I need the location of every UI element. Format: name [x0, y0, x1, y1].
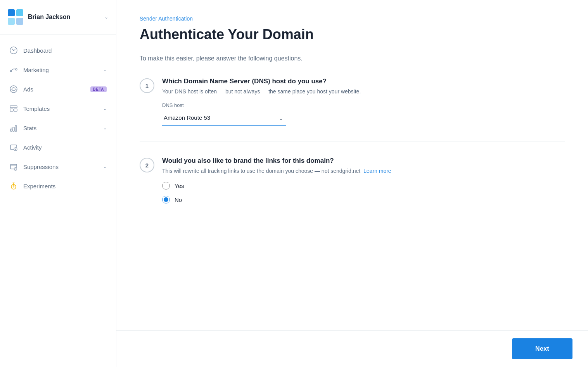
- question-1-number: 1: [140, 78, 154, 93]
- dashboard-icon: [9, 46, 18, 55]
- radio-no-input[interactable]: [162, 196, 170, 203]
- sidebar-item-label-experiments: Experiments: [23, 183, 107, 190]
- suppressions-icon: [9, 162, 18, 171]
- sidebar-item-label-templates: Templates: [23, 105, 98, 112]
- user-header[interactable]: Brian Jackson ⌄: [0, 0, 116, 34]
- svg-rect-13: [10, 109, 13, 111]
- sidebar-item-label-stats: Stats: [23, 125, 98, 131]
- page-title: Authenticate Your Domain: [140, 26, 565, 43]
- sidebar-item-dashboard[interactable]: Dashboard: [0, 41, 116, 60]
- breadcrumb: Sender Authentication: [140, 16, 565, 22]
- sidebar-item-marketing[interactable]: Marketing ⌄: [0, 60, 116, 79]
- dns-host-label: DNS host: [162, 102, 565, 108]
- sidebar-item-suppressions[interactable]: Suppressions ⌄: [0, 157, 116, 176]
- stats-icon: [9, 124, 18, 132]
- radio-yes-input[interactable]: [162, 182, 170, 190]
- templates-chevron-icon: ⌄: [103, 106, 107, 111]
- svg-point-21: [15, 149, 16, 150]
- svg-rect-17: [15, 126, 17, 131]
- experiments-icon: [9, 182, 18, 190]
- question-2-title: Would you also like to brand the links f…: [162, 157, 565, 165]
- page-description: To make this easier, please answer the f…: [140, 55, 565, 62]
- marketing-icon: [9, 65, 18, 74]
- question-1-title: Which Domain Name Server (DNS) host do y…: [162, 78, 565, 85]
- next-button[interactable]: Next: [512, 338, 572, 359]
- svg-point-9: [12, 88, 15, 91]
- suppressions-chevron-icon: ⌄: [103, 164, 107, 169]
- svg-rect-1: [16, 9, 23, 16]
- section-divider: [140, 141, 565, 141]
- bottom-bar: Next: [116, 330, 588, 367]
- user-name: Brian Jackson: [28, 14, 100, 21]
- sidebar-item-label-suppressions: Suppressions: [23, 164, 98, 170]
- question-1-desc: Your DNS host is often — but not always …: [162, 88, 565, 95]
- question-2-content: Would you also like to brand the links f…: [162, 157, 565, 203]
- sidebar-item-templates[interactable]: Templates ⌄: [0, 99, 116, 118]
- sidebar-item-experiments[interactable]: Experiments: [0, 176, 116, 196]
- svg-rect-12: [10, 106, 17, 108]
- sidebar-item-ads[interactable]: Ads BETA: [0, 79, 116, 99]
- activity-icon: [9, 143, 18, 152]
- radio-yes-label: Yes: [175, 183, 184, 189]
- question-2-desc: This will rewrite all tracking links to …: [162, 168, 565, 174]
- question-2-number: 2: [140, 158, 154, 172]
- svg-rect-0: [8, 9, 15, 16]
- stats-chevron-icon: ⌄: [103, 126, 107, 131]
- main-content: Sender Authentication Authenticate Your …: [116, 0, 588, 367]
- learn-more-link[interactable]: Learn more: [363, 168, 391, 174]
- question-2-desc-text: This will rewrite all tracking links to …: [162, 168, 360, 174]
- svg-rect-2: [8, 18, 15, 25]
- svg-rect-16: [13, 127, 14, 131]
- sidebar-item-label-activity: Activity: [23, 144, 107, 151]
- svg-point-5: [13, 50, 14, 51]
- sidebar-nav: Dashboard Marketing ⌄: [0, 34, 116, 367]
- svg-rect-14: [14, 109, 17, 111]
- radio-no-label: No: [175, 196, 182, 203]
- question-2-block: 2 Would you also like to brand the links…: [140, 157, 565, 203]
- brand-links-radio-group: Yes No: [162, 182, 565, 203]
- svg-rect-15: [10, 129, 12, 131]
- marketing-chevron-icon: ⌄: [103, 67, 107, 72]
- question-1-block: 1 Which Domain Name Server (DNS) host do…: [140, 78, 565, 126]
- templates-icon: [9, 104, 18, 113]
- svg-point-18: [10, 128, 12, 129]
- sidebar: Brian Jackson ⌄ Dashboard: [0, 0, 116, 367]
- sidebar-item-label-dashboard: Dashboard: [23, 47, 107, 54]
- user-chevron-icon: ⌄: [104, 14, 108, 20]
- svg-rect-3: [16, 18, 23, 25]
- svg-point-25: [13, 186, 14, 188]
- question-1-content: Which Domain Name Server (DNS) host do y…: [162, 78, 565, 126]
- ads-icon: [9, 85, 18, 93]
- dns-host-select-wrapper: Amazon Route 53 GoDaddy Cloudflare Namec…: [162, 110, 286, 126]
- sidebar-item-activity[interactable]: Activity: [0, 138, 116, 157]
- sidebar-item-label-ads: Ads: [23, 86, 85, 93]
- dns-host-select[interactable]: Amazon Route 53 GoDaddy Cloudflare Namec…: [162, 110, 286, 126]
- beta-badge: BETA: [90, 86, 107, 92]
- app-logo: [8, 9, 23, 25]
- sidebar-item-stats[interactable]: Stats ⌄: [0, 118, 116, 138]
- radio-yes-option[interactable]: Yes: [162, 182, 565, 190]
- radio-no-option[interactable]: No: [162, 196, 565, 203]
- sidebar-item-label-marketing: Marketing: [23, 67, 98, 73]
